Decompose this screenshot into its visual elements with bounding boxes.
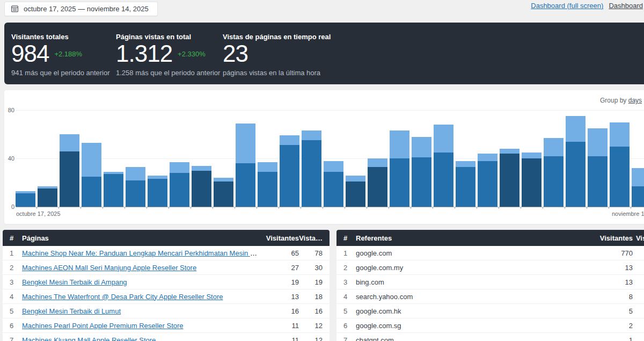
chart-bar-2025-11-10[interactable] xyxy=(544,107,564,207)
referrer-name: google.com.my xyxy=(356,264,599,272)
row-rank: 5 xyxy=(336,307,356,315)
referrer-name: bing.com xyxy=(356,278,599,286)
dashboard-link[interactable]: Dashboard xyxy=(609,2,643,10)
y-axis-tick-40: 40 xyxy=(4,156,14,162)
chart-bar-2025-11-07[interactable] xyxy=(478,107,497,207)
chart-bar-2025-11-03[interactable] xyxy=(390,107,409,207)
table-row: 5Bengkel Mesin Terbaik di Lumut1616 xyxy=(3,304,330,318)
x-axis-tick xyxy=(521,207,521,209)
pageviews-segment xyxy=(412,137,431,157)
chart-bar-2025-10-23[interactable] xyxy=(148,107,167,207)
chart-bar-2025-11-11[interactable] xyxy=(566,107,586,207)
visitors-count: 11 xyxy=(266,322,299,330)
row-rank: 7 xyxy=(3,336,22,341)
visitors-segment xyxy=(60,151,79,207)
chart-bar-2025-10-19[interactable] xyxy=(60,107,79,207)
referrers-table-header: # Referentes Visitantes Vistas xyxy=(336,230,644,246)
pageviews-segment xyxy=(346,176,365,182)
header-rank: # xyxy=(3,234,22,242)
x-axis-tick xyxy=(631,207,631,209)
chart-bar-2025-10-26[interactable] xyxy=(214,107,233,207)
referrer-name: search.yahoo.com xyxy=(356,293,599,301)
header-visitors: Visitantes xyxy=(266,234,299,242)
page-link[interactable]: Machine Shop Near Me: Panduan Lengkap Me… xyxy=(22,249,266,257)
dashboard-fullscreen-link[interactable]: Dashboard (full screen) xyxy=(531,2,603,10)
header-views: Vistas xyxy=(633,234,644,242)
stat-subtext: 1.258 más que el periodo anterior xyxy=(116,69,223,77)
chart-bar-2025-11-13[interactable] xyxy=(610,107,630,207)
pageviews-segment xyxy=(500,149,519,154)
x-axis-start-label: octubre 17, 2025 xyxy=(16,211,61,217)
chart-bar-2025-11-01[interactable] xyxy=(346,107,365,207)
visitors-segment xyxy=(632,186,644,207)
chart-bar-2025-11-06[interactable] xyxy=(456,107,475,207)
x-axis-tick xyxy=(411,207,411,209)
group-by-days-link[interactable]: days xyxy=(628,97,642,104)
chart-bar-2025-10-21[interactable] xyxy=(104,107,123,207)
x-axis-tick xyxy=(323,207,323,209)
page-link[interactable]: Machines Kluang Mall Apple Reseller Stor… xyxy=(22,336,156,341)
visitors-segment xyxy=(148,179,167,207)
page-link[interactable]: Bengkel Mesin Terbaik di Ampang xyxy=(22,278,127,286)
chart-bar-2025-10-17[interactable] xyxy=(16,107,35,207)
visitors-count: 5 xyxy=(599,307,633,315)
chart-bar-2025-10-25[interactable] xyxy=(192,107,211,207)
stat-value: 984 xyxy=(11,42,49,65)
table-row: 2google.com.my13 xyxy=(336,260,644,275)
visitors-segment xyxy=(456,167,475,207)
x-axis-tick xyxy=(169,207,169,209)
chart-bar-2025-10-24[interactable] xyxy=(170,107,189,207)
chart-bar-2025-11-14[interactable] xyxy=(632,107,644,207)
x-axis-tick xyxy=(301,207,301,209)
page-link[interactable]: Machines AEON Mall Seri Manjung Apple Re… xyxy=(22,264,196,272)
chart-bar-2025-11-04[interactable] xyxy=(412,107,431,207)
visitors-segment xyxy=(588,156,608,207)
chart-bar-2025-10-28[interactable] xyxy=(258,107,277,207)
page-cell: Machine Shop Near Me: Panduan Lengkap Me… xyxy=(22,249,266,257)
chart-bar-2025-11-09[interactable] xyxy=(522,107,541,207)
x-axis-tick xyxy=(191,207,191,209)
x-axis-tick xyxy=(367,207,367,209)
visitors-count: 65 xyxy=(266,249,299,257)
row-rank: 3 xyxy=(336,278,356,286)
chart-bar-2025-10-22[interactable] xyxy=(126,107,145,207)
stat-label: Páginas vistas en total xyxy=(116,33,223,41)
table-row: 4search.yahoo.com8 xyxy=(336,289,644,304)
x-axis-tick xyxy=(36,207,37,209)
table-row: 2Machines AEON Mall Seri Manjung Apple R… xyxy=(3,260,330,275)
chart-bar-2025-11-12[interactable] xyxy=(588,107,608,207)
page-link[interactable]: Machines Pearl Point Apple Premium Resel… xyxy=(22,322,184,330)
chart-bar-2025-11-05[interactable] xyxy=(434,107,453,207)
pageviews-segment xyxy=(588,128,608,156)
analytics-dashboard: octubre 17, 2025 — noviembre 14, 2025 Da… xyxy=(0,0,644,341)
row-rank: 1 xyxy=(3,249,22,257)
chart-bar-2025-11-08[interactable] xyxy=(500,107,519,207)
chart-bar-2025-10-18[interactable] xyxy=(38,107,57,207)
visitors-segment xyxy=(412,157,431,207)
row-rank: 4 xyxy=(336,293,356,301)
row-rank: 1 xyxy=(336,249,356,257)
pageviews-segment xyxy=(126,167,145,180)
page-link[interactable]: Bengkel Mesin Terbaik di Lumut xyxy=(22,307,121,315)
chart-bar-2025-11-02[interactable] xyxy=(368,107,387,207)
visitors-segment xyxy=(522,158,541,207)
page-cell: Machines Pearl Point Apple Premium Resel… xyxy=(22,322,266,330)
page-cell: Machines The Waterfront @ Desa Park City… xyxy=(22,293,266,301)
pages-table-header: # Páginas Visitantes Vista… xyxy=(3,230,330,246)
chart-bar-2025-10-29[interactable] xyxy=(280,107,299,207)
page-link[interactable]: Machines The Waterfront @ Desa Park City… xyxy=(22,293,223,301)
stat-delta: +2.330% xyxy=(178,50,206,58)
chart-bar-2025-10-20[interactable] xyxy=(82,107,101,207)
table-row: 7chatgpt.com1 xyxy=(336,333,644,341)
chart-bar-2025-10-27[interactable] xyxy=(236,107,255,207)
chart-bar-2025-10-31[interactable] xyxy=(324,107,343,207)
visitors-count: 13 xyxy=(599,264,633,272)
chart-bar-2025-10-30[interactable] xyxy=(302,107,321,207)
visitors-segment xyxy=(544,156,564,207)
row-rank: 3 xyxy=(3,278,22,286)
pageviews-segment xyxy=(632,168,644,186)
pageviews-segment xyxy=(478,154,497,161)
group-by-label: Group by xyxy=(600,97,628,104)
date-range-button[interactable]: octubre 17, 2025 — noviembre 14, 2025 xyxy=(4,2,158,16)
visitors-segment xyxy=(346,182,365,207)
